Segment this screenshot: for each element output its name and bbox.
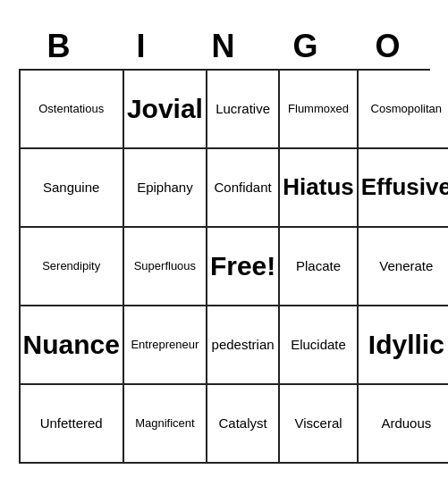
bingo-cell: Jovial [124, 71, 207, 149]
cell-text: Flummoxed [288, 102, 349, 116]
bingo-cell: Ostentatious [21, 71, 124, 149]
cell-text: Venerate [379, 258, 433, 274]
bingo-cell: Serendipity [21, 228, 124, 306]
header-letter: B [19, 22, 101, 69]
bingo-cell: Venerate [359, 228, 448, 306]
cell-text: Elucidate [291, 337, 346, 353]
bingo-cell: Placate [280, 228, 358, 306]
cell-text: Effusive [361, 173, 448, 201]
cell-text: Cosmopolitan [371, 102, 443, 116]
bingo-cell: Magnificent [124, 385, 207, 464]
bingo-cell: Hiatus [280, 149, 358, 228]
header-letter: N [183, 22, 266, 69]
bingo-cell: Idyllic [359, 306, 448, 385]
cell-text: Visceral [294, 415, 342, 432]
cell-text: Sanguine [43, 180, 99, 196]
header-letter: I [101, 22, 183, 69]
bingo-cell: Effusive [359, 149, 448, 228]
cell-text: Superfluous [134, 259, 196, 273]
cell-text: Placate [296, 258, 341, 274]
cell-text: Catalyst [219, 415, 267, 432]
cell-text: Unfettered [40, 415, 103, 432]
cell-text: Idyllic [368, 329, 444, 361]
header-letter: O [348, 22, 430, 69]
bingo-cell: Cosmopolitan [359, 71, 448, 149]
cell-text: Ostentatious [38, 102, 104, 116]
cell-text: Free! [210, 250, 275, 282]
bingo-cell: Lucrative [207, 71, 280, 149]
bingo-cell: Confidant [207, 149, 280, 228]
cell-text: Nuance [23, 329, 120, 361]
bingo-cell: Entrepreneur [124, 306, 207, 385]
cell-text: Serendipity [42, 259, 100, 273]
bingo-header: BINGO [19, 22, 430, 69]
bingo-cell: Unfettered [21, 385, 124, 464]
bingo-cell: Superfluous [124, 228, 207, 306]
bingo-card: BINGO OstentatiousJovialLucrativeFlummox… [10, 13, 439, 473]
cell-text: Entrepreneur [131, 338, 199, 352]
bingo-cell: Elucidate [280, 306, 358, 385]
cell-text: Lucrative [216, 101, 270, 117]
bingo-cell: pedestrian [207, 306, 280, 385]
bingo-cell: Visceral [280, 385, 358, 464]
bingo-grid: OstentatiousJovialLucrativeFlummoxedCosm… [19, 69, 430, 464]
bingo-cell: Nuance [21, 306, 124, 385]
bingo-cell: Sanguine [21, 149, 124, 228]
cell-text: Confidant [215, 180, 272, 196]
header-letter: G [266, 22, 348, 69]
cell-text: Arduous [381, 415, 431, 432]
cell-text: Jovial [127, 93, 203, 125]
bingo-cell: Flummoxed [280, 71, 358, 149]
cell-text: Hiatus [283, 173, 353, 201]
bingo-cell: Free! [207, 228, 280, 306]
bingo-cell: Epiphany [124, 149, 207, 228]
cell-text: pedestrian [212, 337, 275, 353]
cell-text: Epiphany [137, 180, 193, 196]
bingo-cell: Catalyst [207, 385, 280, 464]
bingo-cell: Arduous [359, 385, 448, 464]
cell-text: Magnificent [135, 416, 194, 431]
